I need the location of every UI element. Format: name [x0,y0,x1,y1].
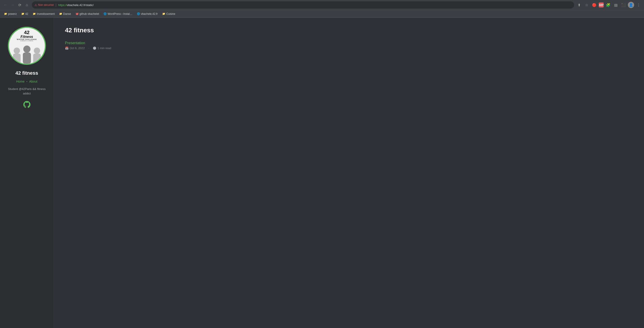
svg-rect-5 [33,54,41,64]
github-bookmark-icon: 🐙 [76,12,79,15]
warning-icon: ⚠ [34,3,37,7]
logo-42-text: 42 [9,30,45,35]
profile-avatar-inner: 42 Fitness WINTER CHALLENGE SUMMER IS CO… [9,28,45,64]
folder-icon: 📁 [59,12,62,15]
nav-about-link[interactable]: About [29,80,38,83]
bookmark-github[interactable]: 🐙 github vbachelet [74,12,101,16]
address-divider: | [56,3,56,7]
page-title: 42 fitness [65,27,633,34]
reload-button[interactable]: ⟳ [16,2,23,8]
post-item: Presentation 📅 Oct 6, 2022 · 🕐 1 min rea… [65,41,633,50]
folder-icon: 📁 [4,12,7,15]
svg-point-2 [23,46,30,53]
home-button[interactable]: ⌂ [24,2,30,8]
bookmark-label: Danse [63,12,71,16]
logo-area: 42 Fitness WINTER CHALLENGE SUMMER IS CO… [9,30,45,42]
logo-fitness-text: Fitness [9,35,45,39]
bookmark-label: Investissement [37,12,55,16]
browser-chrome: ← → ⟳ ⌂ ⚠ Non sécurisé | https://vbachel… [0,0,644,18]
bookmark-vbachele[interactable]: 🌐 vbachele.42.fr [135,12,160,16]
people-silhouettes [9,41,45,64]
bookmark-label: Cuisine [166,12,175,16]
media-icon[interactable]: ▤ [613,2,619,8]
svg-point-0 [14,48,20,54]
meta-dot: · [88,46,89,50]
page-content: 42 Fitness WINTER CHALLENGE SUMMER IS CO… [0,18,644,328]
post-title-link[interactable]: Presentation [65,41,85,45]
back-button[interactable]: ← [2,2,8,8]
bookmark-label: WordPress › Instal… [108,12,132,16]
github-link[interactable] [23,101,30,108]
bookmarks-bar: 📁 powerz 📁 42 📁 Investissement 📁 Danse 🐙… [0,10,644,18]
logo-summer-text: SUMMER IS COMING [9,40,45,42]
svg-rect-3 [23,53,31,64]
sidebar-nav: Home - About [16,80,38,83]
clock-icon: 🕐 [93,46,96,50]
folder-icon: 📁 [162,12,165,15]
address-bar[interactable]: ⚠ Non sécurisé | https://vbachele.42.fr/… [32,1,574,9]
more-menu-icon[interactable]: ⋮ [636,2,642,8]
post-read-time: 🕐 1 min read [93,46,111,50]
bookmark-powerz[interactable]: 📁 powerz [2,12,18,16]
site-name: 42 fitness [16,70,38,76]
sidebar-bio: Student @42Paris && fitness addict [4,87,49,96]
logo-winter-text: WINTER CHALLENGE [9,39,45,40]
nav-home-link[interactable]: Home [16,80,24,83]
nav-bar: ← → ⟳ ⌂ ⚠ Non sécurisé | https://vbachel… [0,0,644,10]
svg-point-4 [34,48,40,54]
address-url: https://vbachele.42.fr/static/ [58,3,94,7]
adblock-icon[interactable]: ABP [599,3,604,8]
bookmark-wordpress[interactable]: 🌐 WordPress › Instal… [102,12,134,16]
bookmark-danse[interactable]: 📁 Danse [57,12,73,16]
bookmark-label: vbachele.42.fr [141,12,158,16]
profile-avatar-wrapper: 42 Fitness WINTER CHALLENGE SUMMER IS CO… [8,27,46,65]
share-icon[interactable]: ⬆ [576,2,582,8]
globe-icon: 🌐 [137,12,140,15]
nav-buttons: ← → ⟳ ⌂ [2,2,30,8]
toolbar-right: ⬆ ☆ 🔴 ABP 🧩 ▤ ⬛ 👤 ⋮ [576,2,642,8]
nav-separator: - [26,80,28,83]
wordpress-icon: 🌐 [104,12,107,15]
puzzle-icon[interactable]: 🧩 [605,2,611,8]
bookmark-label: 42 [25,12,28,16]
bookmark-label: powerz [8,12,17,16]
folder-icon: 📁 [33,12,36,15]
post-read-time-text: 1 min read [98,46,111,50]
main-content: 42 fitness Presentation 📅 Oct 6, 2022 · … [54,18,644,328]
calendar-icon: 📅 [65,46,68,50]
github-svg-icon [23,101,30,108]
bookmark-cuisine[interactable]: 📁 Cuisine [160,12,177,16]
cast-icon[interactable]: ⬛ [620,2,626,8]
post-date: 📅 Oct 6, 2022 [65,46,85,50]
bookmark-42[interactable]: 📁 42 [20,12,30,16]
folder-icon: 📁 [21,12,24,15]
post-meta: 📅 Oct 6, 2022 · 🕐 1 min read [65,46,633,50]
url-rest: vbachele.42.fr/static/ [67,3,94,7]
sidebar: 42 Fitness WINTER CHALLENGE SUMMER IS CO… [0,18,54,328]
bookmark-star-icon[interactable]: ☆ [584,2,590,8]
bookmark-investissement[interactable]: 📁 Investissement [31,12,56,16]
svg-rect-1 [13,54,20,64]
extension-icon-1[interactable]: 🔴 [591,2,598,8]
security-label: Non sécurisé [38,3,54,7]
security-warning: ⚠ Non sécurisé [34,3,54,7]
post-date-text: Oct 6, 2022 [70,46,85,50]
forward-button[interactable]: → [10,2,16,8]
url-secure-part: https:// [58,3,67,7]
profile-avatar[interactable]: 👤 [628,2,634,8]
bookmark-label: github vbachelet [80,12,99,16]
